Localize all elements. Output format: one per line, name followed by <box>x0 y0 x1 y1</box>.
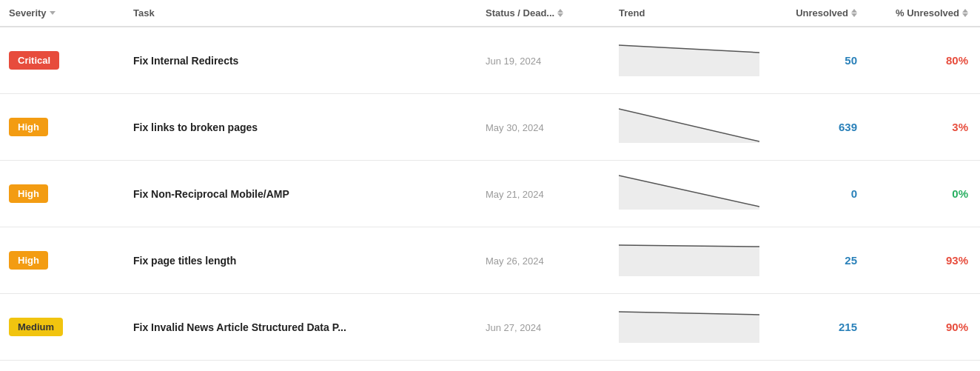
pct-unresolved-cell: 90% <box>869 321 980 333</box>
header-pct-unresolved[interactable]: % Unresolved <box>869 7 980 19</box>
severity-cell: High <box>0 184 124 203</box>
table-row: High Fix Non-Reciprocal Mobile/AMP May 2… <box>0 161 980 227</box>
header-task[interactable]: Task <box>124 7 477 19</box>
header-unresolved[interactable]: Unresolved <box>765 7 869 19</box>
unresolved-value: 215 <box>839 321 857 333</box>
trend-cell <box>610 106 765 149</box>
pct-unresolved-cell: 3% <box>869 121 980 133</box>
severity-badge: Critical <box>9 51 59 70</box>
pct-unresolved-cell: 93% <box>869 254 980 267</box>
status-cell: Jun 19, 2024 <box>477 55 610 67</box>
severity-cell: High <box>0 251 124 270</box>
severity-cell: Critical <box>0 51 124 70</box>
severity-cell: Medium <box>0 318 124 336</box>
pct-value: 93% <box>946 254 968 267</box>
severity-badge: Medium <box>9 318 63 336</box>
status-cell: May 21, 2024 <box>477 188 610 200</box>
pct-value: 90% <box>946 321 968 333</box>
svg-marker-4 <box>619 312 759 343</box>
svg-marker-3 <box>619 245 759 276</box>
table-row: Critical Fix Internal Redirects Jun 19, … <box>0 27 980 94</box>
header-trend: Trend <box>610 7 765 19</box>
table-row: Medium Fix Invalid News Article Structur… <box>0 294 980 361</box>
pct-unresolved-cell: 80% <box>869 54 980 67</box>
trend-cell <box>610 306 765 349</box>
header-severity[interactable]: Severity <box>0 7 124 19</box>
trend-chart <box>619 306 759 347</box>
task-name[interactable]: Fix Non-Reciprocal Mobile/AMP <box>133 188 289 200</box>
severity-badge: High <box>9 184 48 203</box>
pct-value: 80% <box>946 54 968 67</box>
unresolved-cell: 25 <box>765 254 869 267</box>
trend-chart <box>619 106 759 147</box>
status-cell: May 26, 2024 <box>477 255 610 267</box>
status-cell: Jun 27, 2024 <box>477 321 610 333</box>
task-name[interactable]: Fix Internal Redirects <box>133 55 238 67</box>
unresolved-cell: 215 <box>765 321 869 333</box>
trend-chart <box>619 239 759 280</box>
trend-chart <box>619 39 759 80</box>
unresolved-value: 0 <box>851 187 857 200</box>
status-date: Jun 27, 2024 <box>486 322 541 333</box>
unresolved-sort-icon[interactable] <box>851 9 857 17</box>
trend-chart <box>619 173 759 213</box>
severity-badge: High <box>9 251 48 270</box>
severity-sort-icon[interactable] <box>50 11 56 15</box>
table-header: Severity Task Status / Dead... Trend Unr… <box>0 0 980 27</box>
task-cell: Fix Internal Redirects <box>124 55 477 67</box>
trend-cell <box>610 39 765 82</box>
pct-value: 0% <box>952 187 968 200</box>
task-name[interactable]: Fix links to broken pages <box>133 121 258 133</box>
status-sort-icon[interactable] <box>557 9 563 17</box>
task-name[interactable]: Fix Invalid News Article Structured Data… <box>133 321 346 333</box>
status-date: May 21, 2024 <box>486 189 544 200</box>
svg-marker-0 <box>619 45 759 76</box>
status-date: Jun 19, 2024 <box>486 56 541 67</box>
task-name[interactable]: Fix page titles length <box>133 255 236 267</box>
task-cell: Fix Non-Reciprocal Mobile/AMP <box>124 188 477 200</box>
table-body: Critical Fix Internal Redirects Jun 19, … <box>0 27 980 361</box>
issues-table: Severity Task Status / Dead... Trend Unr… <box>0 0 980 361</box>
severity-badge: High <box>9 118 48 136</box>
pct-unresolved-cell: 0% <box>869 187 980 200</box>
table-row: High Fix page titles length May 26, 2024… <box>0 227 980 294</box>
unresolved-value: 639 <box>839 121 857 133</box>
unresolved-cell: 0 <box>765 187 869 200</box>
severity-cell: High <box>0 118 124 136</box>
unresolved-cell: 639 <box>765 121 869 133</box>
status-date: May 26, 2024 <box>486 255 544 267</box>
unresolved-value: 50 <box>845 54 857 67</box>
task-cell: Fix page titles length <box>124 255 477 267</box>
header-status[interactable]: Status / Dead... <box>477 7 610 19</box>
pct-sort-icon[interactable] <box>962 9 968 17</box>
task-cell: Fix Invalid News Article Structured Data… <box>124 321 477 333</box>
status-cell: May 30, 2024 <box>477 121 610 133</box>
trend-cell <box>610 173 765 215</box>
table-row: High Fix links to broken pages May 30, 2… <box>0 94 980 161</box>
task-cell: Fix links to broken pages <box>124 121 477 133</box>
unresolved-cell: 50 <box>765 54 869 67</box>
status-date: May 30, 2024 <box>486 122 544 133</box>
unresolved-value: 25 <box>845 254 857 267</box>
pct-value: 3% <box>952 121 968 133</box>
trend-cell <box>610 239 765 282</box>
